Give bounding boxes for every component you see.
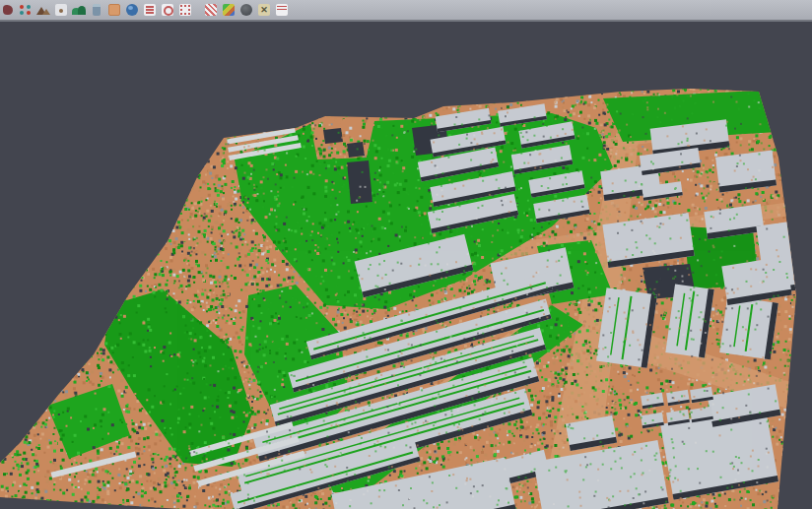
contour-lines-icon[interactable] [143, 3, 157, 17]
building [596, 287, 657, 368]
orthomosaic-icon[interactable] [107, 3, 121, 17]
crop-region-icon[interactable]: ✕ [257, 3, 271, 17]
rect-select-icon[interactable] [178, 3, 192, 17]
tie-points-icon[interactable] [19, 3, 33, 17]
globe-icon[interactable] [125, 3, 139, 17]
point-classes-icon[interactable] [222, 3, 236, 17]
model-viewport[interactable] [0, 22, 812, 509]
hatched-square-icon[interactable] [204, 3, 218, 17]
building [719, 296, 778, 360]
point-cloud-scene [0, 22, 812, 509]
terrain-icon[interactable] [36, 3, 50, 17]
report-icon[interactable] [275, 3, 289, 17]
texture-icon[interactable] [1, 3, 15, 17]
circle-select-icon[interactable] [161, 3, 174, 17]
terrain [0, 22, 812, 509]
toolbar: ✕ [0, 0, 812, 22]
shadow-patch [323, 128, 343, 144]
shadow-patch [347, 142, 365, 158]
building [715, 151, 777, 193]
model-sphere-icon[interactable] [239, 3, 253, 17]
sparse-points-icon[interactable] [54, 3, 68, 17]
dem-icon[interactable] [72, 3, 86, 17]
column-icon[interactable] [90, 3, 103, 17]
